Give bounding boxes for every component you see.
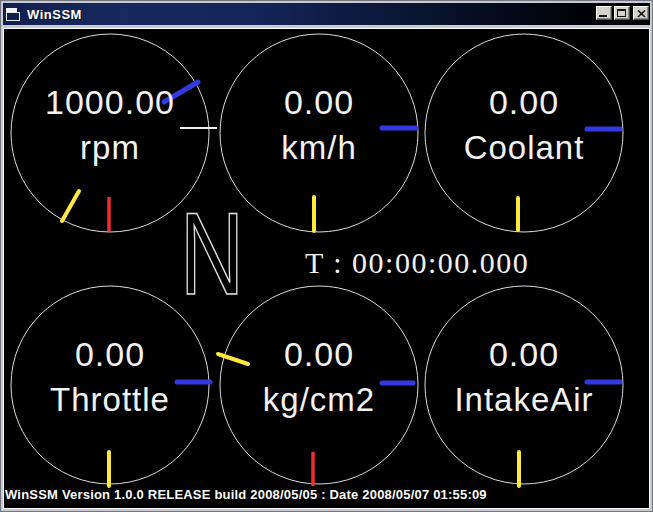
close-button[interactable]: [633, 6, 649, 20]
gear-indicator-letter: N: [180, 209, 244, 314]
gauge-value: 0.00: [424, 85, 624, 119]
gauge-label: kg/cm2: [219, 383, 419, 416]
gear-indicator: N: [159, 209, 289, 314]
minimize-icon: [599, 15, 607, 17]
window-controls: [596, 6, 649, 20]
gauge-coolant: 0.00 Coolant: [424, 33, 624, 233]
gauge-value: 0.00: [219, 85, 419, 119]
gauge-intake-air: 0.00 IntakeAir: [424, 285, 624, 485]
gauge-value: 1000.00: [10, 85, 210, 119]
maximize-icon: [617, 9, 626, 17]
gauge-label: Coolant: [424, 131, 624, 164]
winssm-window: WinSSM: [0, 0, 653, 512]
gauge-value: 0.00: [219, 337, 419, 371]
gauge-label: km/h: [219, 131, 419, 164]
timer-display: T : 00:00:00.000: [305, 246, 529, 280]
maximize-button[interactable]: [614, 6, 630, 20]
minimize-button[interactable]: [596, 6, 612, 20]
dashboard-client-area: 1000.00 rpm 0.00 km/h 0.00 Coolant: [3, 28, 650, 509]
gauge-value: 0.00: [10, 337, 210, 371]
close-icon: [637, 10, 646, 18]
app-icon-body: [6, 12, 20, 21]
gauge-label: IntakeAir: [424, 383, 624, 416]
status-bar: WinSSM Version 1.0.0 RELEASE build 2008/…: [5, 487, 645, 502]
window-title: WinSSM: [27, 7, 82, 22]
gauge-boost: 0.00 kg/cm2: [219, 285, 419, 485]
gauge-value: 0.00: [424, 337, 624, 371]
app-window-icon[interactable]: [6, 8, 21, 21]
gauge-label: rpm: [10, 131, 210, 164]
gauge-rpm: 1000.00 rpm: [10, 33, 210, 233]
gauge-label: Throttle: [10, 383, 210, 416]
title-bar[interactable]: WinSSM: [3, 3, 650, 25]
gauge-throttle: 0.00 Throttle: [10, 285, 210, 485]
yellow-marker: [62, 191, 79, 221]
gauge-speed: 0.00 km/h: [219, 33, 419, 233]
